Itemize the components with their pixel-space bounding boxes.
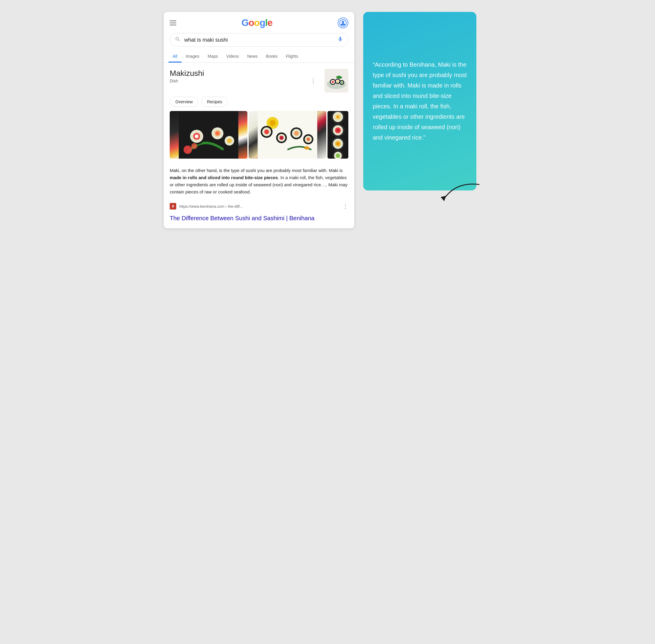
logo-o1: o	[249, 17, 254, 28]
tab-videos[interactable]: Videos	[222, 51, 243, 63]
svg-point-50	[336, 129, 339, 132]
source-row: B https://www.benihana.com › the-diff...…	[164, 200, 354, 212]
entity-thumbnail	[324, 69, 348, 93]
description-text: Maki, on the other hand, is the type of …	[164, 162, 354, 200]
knowledge-card: Makizushi Dish ⋮	[164, 63, 354, 162]
main-container: Google	[164, 12, 491, 228]
svg-point-29	[270, 120, 276, 126]
entity-header: Makizushi Dish ⋮	[170, 69, 348, 93]
mic-icon[interactable]	[337, 36, 343, 43]
search-bar[interactable]	[170, 33, 348, 47]
result-link[interactable]: The Difference Between Sushi and Sashimi…	[164, 212, 354, 228]
source-more-icon[interactable]: ⋮	[342, 203, 348, 210]
source-favicon: B	[170, 203, 176, 209]
search-icon	[175, 36, 181, 43]
svg-point-12	[341, 82, 343, 83]
google-logo: Google	[242, 17, 272, 28]
description-bold: made in rolls and sliced into round bite…	[170, 175, 278, 180]
quote-text: “According to Benihana, Maki is the type…	[373, 60, 467, 143]
entity-title: Makizushi	[170, 69, 204, 78]
nav-tabs: All Images Maps Videos News Books Flight…	[164, 51, 354, 63]
svg-point-6	[332, 80, 334, 83]
tab-flights[interactable]: Flights	[281, 51, 302, 63]
svg-point-17	[195, 135, 199, 138]
svg-point-32	[264, 130, 269, 134]
favicon-letter: B	[172, 205, 174, 208]
photo-strip	[170, 111, 348, 159]
quote-section: “According to Benihana, Maki is the type…	[363, 12, 476, 190]
quote-panel: “According to Benihana, Maki is the type…	[363, 12, 476, 190]
tab-maps[interactable]: Maps	[203, 51, 222, 63]
logo-o2: o	[254, 17, 259, 28]
svg-point-38	[294, 131, 299, 136]
svg-point-35	[279, 136, 284, 140]
svg-point-46	[336, 115, 339, 118]
sushi-photo-2[interactable]	[249, 111, 326, 159]
sushi-photo-1[interactable]	[170, 111, 247, 159]
google-header: Google	[164, 12, 354, 31]
sushi-thumbnail-svg	[324, 69, 348, 93]
entity-info: Makizushi Dish	[170, 69, 204, 83]
sushi-photo-3[interactable]	[328, 111, 348, 159]
tab-images[interactable]: Images	[182, 51, 204, 63]
source-left: B https://www.benihana.com › the-diff...	[170, 203, 243, 209]
description-prefix: Maki, on the other hand, is the type of …	[170, 168, 343, 173]
google-panel: Google	[164, 12, 354, 228]
svg-marker-58	[441, 196, 446, 201]
svg-point-21	[216, 132, 219, 135]
recipes-button[interactable]: Recipes	[201, 97, 228, 107]
tab-books[interactable]: Books	[262, 51, 281, 63]
logo-e: e	[267, 17, 272, 28]
entity-actions: Overview Recipes	[170, 97, 348, 107]
logo-g: G	[242, 17, 249, 28]
svg-point-26	[191, 143, 197, 149]
svg-point-54	[336, 142, 339, 145]
tab-all[interactable]: All	[168, 51, 182, 63]
user-avatar[interactable]	[338, 18, 348, 28]
svg-point-25	[184, 145, 192, 154]
entity-more-icon[interactable]: ⋮	[309, 76, 317, 86]
svg-point-41	[307, 137, 310, 141]
svg-point-24	[227, 138, 232, 143]
tab-news[interactable]: News	[243, 51, 262, 63]
svg-point-57	[336, 154, 340, 158]
hamburger-menu[interactable]	[170, 21, 176, 25]
overview-button[interactable]: Overview	[170, 97, 198, 107]
svg-point-1	[342, 21, 344, 23]
logo-g2: g	[259, 17, 265, 28]
svg-point-9	[337, 80, 339, 82]
search-input[interactable]	[184, 37, 334, 43]
source-url: https://www.benihana.com › the-diff...	[179, 204, 243, 209]
entity-type: Dish	[170, 78, 204, 83]
